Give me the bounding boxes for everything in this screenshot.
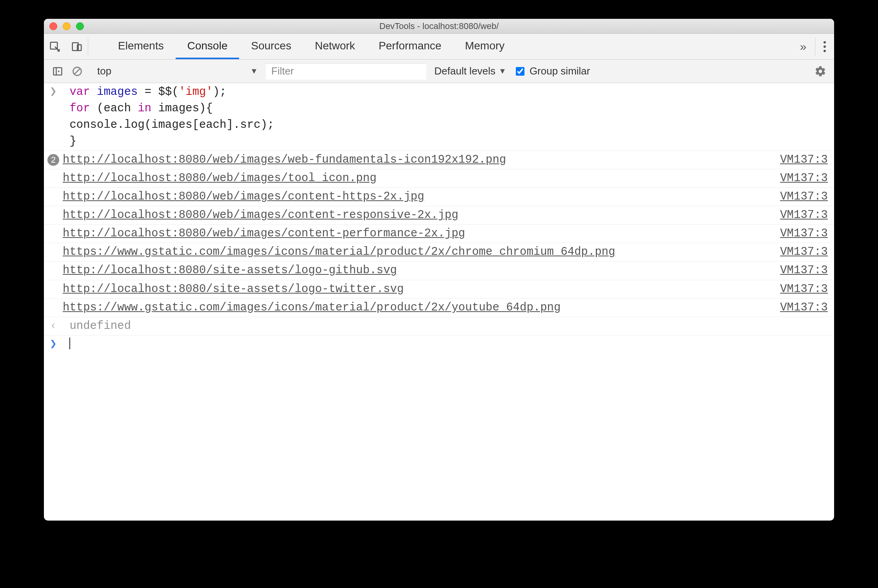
log-source-link[interactable]: VM137:3 [780, 190, 828, 203]
log-source-link[interactable]: VM137:3 [780, 172, 828, 185]
inspect-element-icon[interactable] [44, 34, 66, 59]
context-label: top [97, 65, 111, 77]
filter-input[interactable] [266, 63, 426, 80]
log-message: https://www.gstatic.com/images/icons/mat… [63, 299, 772, 316]
traffic-lights [49, 22, 84, 30]
log-source: VM137:3 [772, 207, 828, 223]
log-url-link[interactable]: http://localhost:8080/web/images/content… [63, 190, 424, 203]
log-source-link[interactable]: VM137:3 [780, 153, 828, 166]
console-log-row: http://localhost:8080/site-assets/logo-g… [44, 261, 834, 280]
group-similar-checkbox[interactable] [516, 67, 524, 76]
log-url-link[interactable]: http://localhost:8080/site-assets/logo-g… [63, 264, 397, 277]
devtools-window: DevTools - localhost:8080/web/ Elements … [44, 19, 834, 521]
tab-console[interactable]: Console [176, 34, 239, 59]
console-toolbar: top ▼ Default levels ▼ Group similar [44, 60, 834, 83]
console-log-row: http://localhost:8080/web/images/tool_ic… [44, 169, 834, 188]
console-settings-icon[interactable] [811, 65, 830, 77]
tab-performance[interactable]: Performance [367, 34, 453, 59]
minimize-window-button[interactable] [63, 22, 71, 30]
levels-label: Default levels [434, 65, 495, 77]
log-source-link[interactable]: VM137:3 [780, 301, 828, 314]
log-source-link[interactable]: VM137:3 [780, 245, 828, 258]
log-source: VM137:3 [772, 281, 828, 298]
devtools-tabbar: Elements Console Sources Network Perform… [44, 34, 834, 60]
console-input-history: ❯ var images = $$('img'); for (each in i… [44, 83, 834, 151]
tab-elements[interactable]: Elements [106, 34, 176, 59]
repeat-count-badge: 2 [47, 154, 59, 166]
log-message: http://localhost:8080/site-assets/logo-t… [63, 281, 772, 298]
log-source-link[interactable]: VM137:3 [780, 227, 828, 240]
repeat-count-badge: 2 [44, 152, 63, 168]
log-url-link[interactable]: http://localhost:8080/web/images/web-fun… [63, 153, 506, 166]
console-log-row: https://www.gstatic.com/images/icons/mat… [44, 299, 834, 317]
device-toolbar-icon[interactable] [66, 34, 88, 59]
chevron-down-icon: ▼ [250, 67, 258, 76]
titlebar: DevTools - localhost:8080/web/ [44, 19, 834, 34]
window-title: DevTools - localhost:8080/web/ [44, 21, 834, 31]
tab-network[interactable]: Network [303, 34, 367, 59]
log-source: VM137:3 [772, 299, 828, 316]
log-url-link[interactable]: https://www.gstatic.com/images/icons/mat… [63, 301, 561, 314]
log-source: VM137:3 [772, 189, 828, 205]
log-message: http://localhost:8080/web/images/content… [63, 225, 772, 242]
log-message: http://localhost:8080/web/images/tool_ic… [63, 170, 772, 187]
log-message: http://localhost:8080/web/images/content… [63, 207, 772, 223]
prompt-chevron-icon: ❯ [44, 336, 63, 353]
log-source-link[interactable]: VM137:3 [780, 264, 828, 277]
console-log-row: https://www.gstatic.com/images/icons/mat… [44, 243, 834, 261]
tab-memory[interactable]: Memory [453, 34, 516, 59]
zoom-window-button[interactable] [76, 22, 84, 30]
kebab-menu-icon[interactable] [815, 34, 834, 59]
console-log-row: http://localhost:8080/web/images/content… [44, 206, 834, 225]
tab-sources[interactable]: Sources [239, 34, 303, 59]
log-source-link[interactable]: VM137:3 [780, 209, 828, 221]
input-chevron-icon: ❯ [44, 84, 63, 100]
close-window-button[interactable] [49, 22, 57, 30]
group-similar-toggle[interactable]: Group similar [512, 65, 593, 77]
log-source-link[interactable]: VM137:3 [780, 283, 828, 296]
log-message: https://www.gstatic.com/images/icons/mat… [63, 244, 772, 260]
execution-context-selector[interactable]: top ▼ [90, 63, 263, 80]
log-source: VM137:3 [772, 244, 828, 260]
console-log-row: http://localhost:8080/web/images/content… [44, 225, 834, 243]
log-message: http://localhost:8080/site-assets/logo-g… [63, 262, 772, 279]
log-url-link[interactable]: http://localhost:8080/web/images/tool_ic… [63, 172, 377, 185]
log-message: http://localhost:8080/web/images/web-fun… [63, 152, 772, 168]
log-source: VM137:3 [772, 262, 828, 279]
console-return-value: ‹ undefined [44, 317, 834, 336]
panel-tabs: Elements Console Sources Network Perform… [88, 34, 791, 59]
clear-console-icon[interactable] [67, 63, 87, 80]
log-url-link[interactable]: http://localhost:8080/web/images/content… [63, 209, 458, 221]
log-url-link[interactable]: http://localhost:8080/web/images/content… [63, 227, 465, 240]
svg-rect-3 [54, 67, 62, 75]
chevron-down-icon: ▼ [499, 67, 506, 76]
console-log-row: http://localhost:8080/web/images/content… [44, 188, 834, 206]
return-chevron-icon: ‹ [44, 318, 63, 334]
log-url-link[interactable]: https://www.gstatic.com/images/icons/mat… [63, 245, 615, 258]
toggle-sidebar-icon[interactable] [48, 63, 67, 80]
console-log-row: http://localhost:8080/site-assets/logo-t… [44, 280, 834, 299]
tabs-overflow-button[interactable]: » [791, 34, 815, 59]
log-levels-selector[interactable]: Default levels ▼ [426, 65, 512, 77]
text-caret [69, 338, 70, 349]
console-prompt[interactable]: ❯ [44, 336, 834, 361]
console-output[interactable]: ❯ var images = $$('img'); for (each in i… [44, 83, 834, 521]
log-source: VM137:3 [772, 225, 828, 242]
return-value: undefined [69, 319, 131, 332]
log-message: http://localhost:8080/web/images/content… [63, 189, 772, 205]
console-log-row: 2http://localhost:8080/web/images/web-fu… [44, 151, 834, 169]
log-url-link[interactable]: http://localhost:8080/site-assets/logo-t… [63, 283, 404, 296]
log-source: VM137:3 [772, 170, 828, 187]
log-source: VM137:3 [772, 152, 828, 168]
group-similar-label: Group similar [530, 65, 590, 77]
